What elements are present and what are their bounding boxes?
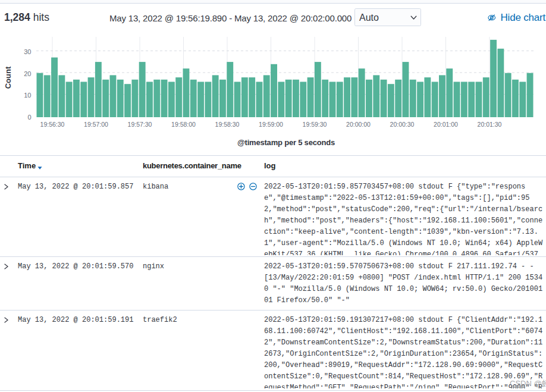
- svg-text:19:58:30: 19:58:30: [215, 121, 240, 128]
- svg-text:@timestamp per 5 seconds: @timestamp per 5 seconds: [237, 138, 335, 147]
- svg-text:20: 20: [24, 70, 31, 77]
- svg-text:19:58:00: 19:58:00: [171, 121, 196, 128]
- svg-text:19:57:00: 19:57:00: [84, 121, 108, 128]
- svg-text:30: 30: [24, 48, 31, 55]
- svg-text:10: 10: [24, 92, 31, 99]
- svg-text:Count: Count: [4, 66, 12, 89]
- svg-text:0: 0: [27, 114, 31, 121]
- svg-text:20:01:00: 20:01:00: [434, 121, 458, 128]
- svg-text:19:59:30: 19:59:30: [303, 121, 327, 128]
- svg-text:19:57:30: 19:57:30: [128, 121, 152, 128]
- svg-text:20:00:00: 20:00:00: [346, 121, 371, 128]
- svg-text:19:59:00: 19:59:00: [259, 121, 283, 128]
- svg-text:19:56:30: 19:56:30: [40, 121, 65, 128]
- svg-text:20:01:30: 20:01:30: [478, 121, 502, 128]
- svg-text:20:00:30: 20:00:30: [390, 121, 415, 128]
